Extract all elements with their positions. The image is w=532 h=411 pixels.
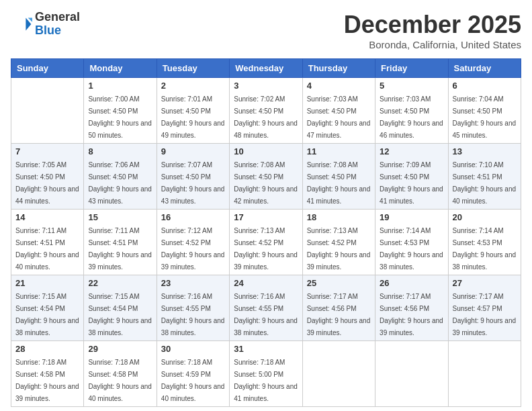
- calendar-cell: 1 Sunrise: 7:00 AMSunset: 4:50 PMDayligh…: [84, 78, 157, 144]
- title-block: December 2025 Boronda, California, Unite…: [344, 11, 521, 50]
- weekday-header: Saturday: [448, 59, 521, 78]
- day-number: 4: [307, 81, 371, 91]
- day-number: 31: [234, 344, 298, 354]
- day-number: 14: [15, 212, 79, 222]
- calendar-cell: 4 Sunrise: 7:03 AMSunset: 4:50 PMDayligh…: [302, 78, 375, 144]
- day-number: 30: [161, 344, 225, 354]
- calendar-cell: 24 Sunrise: 7:16 AMSunset: 4:55 PMDaylig…: [230, 275, 302, 341]
- weekday-header: Wednesday: [230, 59, 302, 78]
- weekday-header: Friday: [375, 59, 448, 78]
- day-info: Sunrise: 7:07 AMSunset: 4:50 PMDaylight:…: [161, 161, 225, 205]
- weekday-header: Tuesday: [157, 59, 229, 78]
- day-number: 28: [15, 344, 79, 354]
- day-info: Sunrise: 7:04 AMSunset: 4:50 PMDaylight:…: [453, 95, 517, 139]
- logo: General Blue: [11, 11, 80, 38]
- calendar-cell: 5 Sunrise: 7:03 AMSunset: 4:50 PMDayligh…: [375, 78, 448, 144]
- calendar-cell: 18 Sunrise: 7:13 AMSunset: 4:52 PMDaylig…: [302, 210, 375, 275]
- calendar-cell: [375, 341, 448, 407]
- calendar-cell: 13 Sunrise: 7:10 AMSunset: 4:51 PMDaylig…: [448, 144, 521, 210]
- calendar-cell: 28 Sunrise: 7:18 AMSunset: 4:58 PMDaylig…: [11, 341, 84, 407]
- day-number: 20: [453, 212, 517, 222]
- day-info: Sunrise: 7:03 AMSunset: 4:50 PMDaylight:…: [380, 95, 443, 139]
- calendar-cell: [11, 78, 84, 144]
- day-number: 7: [15, 146, 79, 156]
- day-number: 16: [161, 212, 225, 222]
- calendar-cell: 14 Sunrise: 7:11 AMSunset: 4:51 PMDaylig…: [11, 210, 84, 275]
- logo-blue: Blue: [35, 24, 61, 37]
- day-info: Sunrise: 7:13 AMSunset: 4:52 PMDaylight:…: [234, 227, 298, 271]
- day-info: Sunrise: 7:03 AMSunset: 4:50 PMDaylight:…: [307, 95, 371, 139]
- calendar-cell: 19 Sunrise: 7:14 AMSunset: 4:53 PMDaylig…: [375, 210, 448, 275]
- day-info: Sunrise: 7:08 AMSunset: 4:50 PMDaylight:…: [234, 161, 298, 205]
- day-number: 2: [161, 81, 225, 91]
- calendar-cell: 8 Sunrise: 7:06 AMSunset: 4:50 PMDayligh…: [84, 144, 157, 210]
- logo-icon: [11, 13, 32, 35]
- calendar-cell: 22 Sunrise: 7:15 AMSunset: 4:54 PMDaylig…: [84, 275, 157, 341]
- calendar-cell: 10 Sunrise: 7:08 AMSunset: 4:50 PMDaylig…: [230, 144, 302, 210]
- location: Boronda, California, United States: [344, 39, 521, 50]
- day-number: 22: [88, 278, 152, 288]
- calendar-cell: 7 Sunrise: 7:05 AMSunset: 4:50 PMDayligh…: [11, 144, 84, 210]
- day-info: Sunrise: 7:12 AMSunset: 4:52 PMDaylight:…: [161, 227, 225, 271]
- day-info: Sunrise: 7:18 AMSunset: 4:59 PMDaylight:…: [161, 359, 225, 402]
- day-number: 8: [88, 146, 152, 156]
- weekday-header: Monday: [84, 59, 157, 78]
- day-number: 23: [161, 278, 225, 288]
- day-number: 11: [307, 146, 371, 156]
- day-info: Sunrise: 7:18 AMSunset: 4:58 PMDaylight:…: [88, 359, 152, 402]
- day-info: Sunrise: 7:14 AMSunset: 4:53 PMDaylight:…: [453, 227, 517, 271]
- calendar: SundayMondayTuesdayWednesdayThursdayFrid…: [11, 58, 521, 407]
- day-number: 29: [88, 344, 152, 354]
- weekday-header: Thursday: [302, 59, 375, 78]
- calendar-cell: 27 Sunrise: 7:17 AMSunset: 4:57 PMDaylig…: [448, 275, 521, 341]
- logo-general: General: [35, 10, 80, 24]
- page-header: General Blue December 2025 Boronda, Cali…: [11, 11, 521, 50]
- day-number: 21: [15, 278, 79, 288]
- calendar-cell: 26 Sunrise: 7:17 AMSunset: 4:56 PMDaylig…: [375, 275, 448, 341]
- calendar-cell: 9 Sunrise: 7:07 AMSunset: 4:50 PMDayligh…: [157, 144, 229, 210]
- calendar-week-row: 28 Sunrise: 7:18 AMSunset: 4:58 PMDaylig…: [11, 341, 521, 407]
- day-info: Sunrise: 7:05 AMSunset: 4:50 PMDaylight:…: [15, 161, 79, 205]
- day-info: Sunrise: 7:18 AMSunset: 5:00 PMDaylight:…: [234, 359, 298, 402]
- calendar-week-row: 7 Sunrise: 7:05 AMSunset: 4:50 PMDayligh…: [11, 144, 521, 210]
- day-info: Sunrise: 7:18 AMSunset: 4:58 PMDaylight:…: [15, 359, 79, 402]
- day-number: 26: [380, 278, 443, 288]
- day-number: 19: [380, 212, 443, 222]
- logo-text: General Blue: [35, 11, 80, 38]
- calendar-cell: 20 Sunrise: 7:14 AMSunset: 4:53 PMDaylig…: [448, 210, 521, 275]
- month-title: December 2025: [344, 11, 521, 39]
- calendar-cell: 6 Sunrise: 7:04 AMSunset: 4:50 PMDayligh…: [448, 78, 521, 144]
- day-info: Sunrise: 7:00 AMSunset: 4:50 PMDaylight:…: [88, 95, 152, 139]
- calendar-cell: 17 Sunrise: 7:13 AMSunset: 4:52 PMDaylig…: [230, 210, 302, 275]
- calendar-cell: 30 Sunrise: 7:18 AMSunset: 4:59 PMDaylig…: [157, 341, 229, 407]
- day-info: Sunrise: 7:02 AMSunset: 4:50 PMDaylight:…: [234, 95, 298, 139]
- day-number: 25: [307, 278, 371, 288]
- day-info: Sunrise: 7:14 AMSunset: 4:53 PMDaylight:…: [380, 227, 443, 271]
- day-info: Sunrise: 7:15 AMSunset: 4:54 PMDaylight:…: [88, 293, 152, 336]
- weekday-header: Sunday: [11, 59, 84, 78]
- day-number: 1: [88, 81, 152, 91]
- calendar-week-row: 14 Sunrise: 7:11 AMSunset: 4:51 PMDaylig…: [11, 210, 521, 275]
- day-info: Sunrise: 7:17 AMSunset: 4:57 PMDaylight:…: [453, 293, 517, 336]
- day-info: Sunrise: 7:06 AMSunset: 4:50 PMDaylight:…: [88, 161, 152, 205]
- day-number: 10: [234, 146, 298, 156]
- calendar-week-row: 1 Sunrise: 7:00 AMSunset: 4:50 PMDayligh…: [11, 78, 521, 144]
- day-info: Sunrise: 7:10 AMSunset: 4:51 PMDaylight:…: [453, 161, 517, 205]
- day-number: 5: [380, 81, 443, 91]
- calendar-cell: 3 Sunrise: 7:02 AMSunset: 4:50 PMDayligh…: [230, 78, 302, 144]
- day-info: Sunrise: 7:16 AMSunset: 4:55 PMDaylight:…: [161, 293, 225, 336]
- calendar-cell: 29 Sunrise: 7:18 AMSunset: 4:58 PMDaylig…: [84, 341, 157, 407]
- calendar-cell: 25 Sunrise: 7:17 AMSunset: 4:56 PMDaylig…: [302, 275, 375, 341]
- day-info: Sunrise: 7:11 AMSunset: 4:51 PMDaylight:…: [15, 227, 79, 271]
- day-info: Sunrise: 7:11 AMSunset: 4:51 PMDaylight:…: [88, 227, 152, 271]
- day-number: 3: [234, 81, 298, 91]
- day-info: Sunrise: 7:09 AMSunset: 4:50 PMDaylight:…: [380, 161, 443, 205]
- weekday-header-row: SundayMondayTuesdayWednesdayThursdayFrid…: [11, 59, 521, 78]
- calendar-cell: 16 Sunrise: 7:12 AMSunset: 4:52 PMDaylig…: [157, 210, 229, 275]
- calendar-week-row: 21 Sunrise: 7:15 AMSunset: 4:54 PMDaylig…: [11, 275, 521, 341]
- day-number: 12: [380, 146, 443, 156]
- day-info: Sunrise: 7:08 AMSunset: 4:50 PMDaylight:…: [307, 161, 371, 205]
- day-info: Sunrise: 7:16 AMSunset: 4:55 PMDaylight:…: [234, 293, 298, 336]
- day-number: 6: [453, 81, 517, 91]
- day-number: 15: [88, 212, 152, 222]
